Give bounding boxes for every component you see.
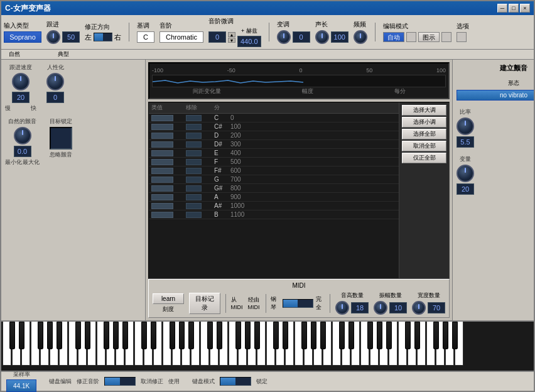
vibrato-count-group: 振幅数量 10 <box>374 291 407 315</box>
black-key[interactable] <box>339 322 345 349</box>
direction-slider[interactable] <box>94 33 112 41</box>
scale-value[interactable]: Chromatic <box>159 31 203 43</box>
black-key[interactable] <box>179 322 185 349</box>
minimize-button[interactable]: ─ <box>497 4 507 13</box>
pitch-count-row: 18 <box>335 301 369 315</box>
black-key[interactable] <box>170 322 175 349</box>
key-value[interactable]: C <box>137 31 154 43</box>
variation-knob[interactable] <box>457 165 474 182</box>
black-key[interactable] <box>47 322 53 349</box>
select-minor-btn[interactable]: 选择小调 <box>402 117 446 128</box>
natural-vibrato-knob[interactable] <box>14 127 31 144</box>
edit-graphic-btn[interactable]: 图示 <box>418 32 440 42</box>
black-key[interactable] <box>19 322 24 349</box>
black-key[interactable] <box>188 322 194 349</box>
left-panel: 跟进速度 20 慢 快 人性化 0 自然的颤音 <box>1 60 146 320</box>
pitch-fine-arrows: ▲ ▼ <box>228 32 235 43</box>
width-count-knob[interactable] <box>412 301 426 315</box>
ruler-n50: -50 <box>227 67 235 74</box>
black-key[interactable] <box>151 322 156 349</box>
black-key[interactable] <box>104 322 109 349</box>
humanize-knob[interactable] <box>46 73 64 90</box>
main-window: C-女声变声器 ─ □ × 输入类型 Soprano 跟进 50 修正方向 左 <box>0 0 535 392</box>
variation-value: 20 <box>457 183 474 195</box>
black-key[interactable] <box>57 322 62 349</box>
black-key[interactable] <box>85 322 90 349</box>
keyboard-mode-slider[interactable] <box>220 377 251 386</box>
ratio-knob[interactable] <box>457 117 474 135</box>
black-key[interactable] <box>386 322 392 349</box>
freq-knob[interactable] <box>354 30 367 44</box>
black-key[interactable] <box>283 322 288 349</box>
follow-speed-knob[interactable] <box>12 73 30 90</box>
only-major-btn[interactable]: 仅正全部 <box>402 153 446 163</box>
edit-auto-checkbox[interactable] <box>406 32 416 42</box>
black-key[interactable] <box>273 322 279 349</box>
vibrato-count-knob[interactable] <box>374 301 387 315</box>
follow-speed-value: 20 <box>12 92 30 103</box>
select-major-btn[interactable]: 选择大调 <box>402 105 446 116</box>
black-key[interactable] <box>207 322 213 349</box>
black-key[interactable] <box>38 322 43 349</box>
black-key[interactable] <box>433 322 439 349</box>
pitch-count-knob[interactable] <box>335 301 349 315</box>
left-label: 左 <box>85 33 92 42</box>
window-title: C-女声变声器 <box>5 3 51 14</box>
black-key[interactable] <box>349 322 354 349</box>
speed-labels: 慢 快 <box>5 104 36 112</box>
voice-length-knob[interactable] <box>315 30 329 44</box>
options-group: 选项 <box>457 22 469 42</box>
scale-row: G700 <box>149 175 399 184</box>
black-key[interactable] <box>311 322 316 349</box>
cancel-all-btn[interactable]: 取消全部 <box>402 141 446 151</box>
edit-auto-btn[interactable]: 自动 <box>383 32 404 42</box>
target-record-btn[interactable]: 目标记录 <box>189 293 220 314</box>
pitch-count-label: 音高数量 <box>341 291 364 300</box>
keyboard-mode-label: 键盘模式 <box>192 378 215 386</box>
edit-graphic-checkbox[interactable] <box>441 32 451 42</box>
black-key[interactable] <box>301 322 307 349</box>
follow-knob[interactable] <box>46 30 60 44</box>
transpose-knob[interactable] <box>277 30 291 44</box>
scale-notes: C0C#100D200D#300E400F500F#600G700G#800A9… <box>149 114 399 219</box>
scale-midi-label: 刻度 <box>163 305 174 313</box>
black-key[interactable] <box>75 322 81 349</box>
black-key[interactable] <box>405 322 411 349</box>
black-key[interactable] <box>9 322 15 349</box>
right-panel: 建立颤音 形态 no vibrato 比率 5.5 起始延迟 500 <box>452 60 534 320</box>
pitch-down-arrow[interactable]: ▼ <box>228 38 235 43</box>
black-key[interactable] <box>122 322 128 349</box>
black-key[interactable] <box>414 322 420 349</box>
piano-slider[interactable] <box>283 299 313 308</box>
pitch-ruler: -100 -50 0 50 100 <box>152 66 446 75</box>
pitch-fine-group: 音阶微调 0 ▲ ▼ + 赫兹 440.0 <box>208 17 261 47</box>
close-button[interactable]: × <box>520 4 530 13</box>
black-key[interactable] <box>113 322 119 349</box>
scale-label: 音阶 <box>159 21 172 30</box>
separator-1 <box>129 23 129 41</box>
select-all-btn[interactable]: 选择全部 <box>402 129 446 139</box>
black-key[interactable] <box>367 322 373 349</box>
black-key[interactable] <box>217 322 222 349</box>
input-type-dropdown[interactable]: Soprano <box>4 31 41 43</box>
options-checkbox[interactable] <box>457 32 467 42</box>
correct-scale-slider[interactable] <box>104 377 136 386</box>
maximize-button[interactable]: □ <box>509 4 519 13</box>
black-key[interactable] <box>141 322 147 349</box>
black-key[interactable] <box>377 322 382 349</box>
edit-mode-label: 编辑模式 <box>383 22 408 31</box>
pitch-up-arrow[interactable]: ▲ <box>228 32 235 37</box>
sample-rate-btn[interactable]: 44.1K <box>6 379 36 392</box>
piano-keys[interactable] <box>1 322 465 366</box>
learn-btn[interactable]: learn <box>153 293 184 304</box>
follow-label: 跟进 <box>46 20 59 29</box>
shape-btn[interactable]: no vibrato <box>457 90 534 101</box>
black-key[interactable] <box>245 322 251 349</box>
black-key[interactable] <box>443 322 448 349</box>
piano-label: 钢琴 <box>271 295 280 312</box>
distance-label: 间距变化量 <box>193 87 221 95</box>
black-key[interactable] <box>452 322 458 349</box>
black-key[interactable] <box>254 322 260 349</box>
black-key[interactable] <box>320 322 326 349</box>
black-key[interactable] <box>235 322 241 349</box>
